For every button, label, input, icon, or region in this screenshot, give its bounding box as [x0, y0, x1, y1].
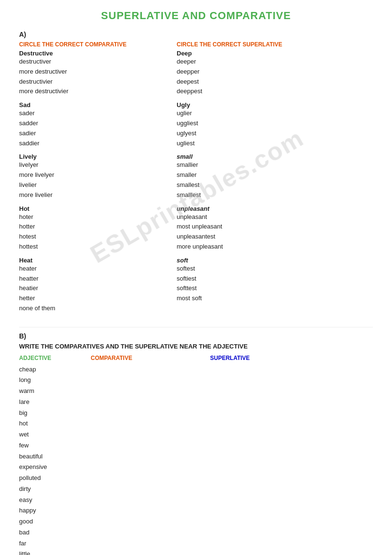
page-title: SUPERLATIVE AND COMPARATIVE — [19, 10, 373, 22]
word-group: Livelylivelyermore livelyerliveliermore … — [19, 153, 172, 200]
word-item: hoter — [19, 212, 172, 222]
word-group: Destructivedestructivermore destructiver… — [19, 50, 172, 97]
word-item: softest — [177, 264, 329, 274]
word-item: more livelyer — [19, 170, 172, 180]
word-item: deepper — [177, 67, 329, 77]
list-item: expensive — [19, 462, 91, 473]
col-header-comparative: CIRCLE THE CORRECT COMPARATIVE — [19, 41, 172, 48]
word-item: smallier — [177, 160, 329, 170]
col-comparative: COMPARATIVE — [91, 355, 210, 555]
word-item: sadder — [19, 119, 172, 129]
list-item: little — [19, 549, 91, 555]
word-item: sadier — [19, 129, 172, 139]
word-item: heatier — [19, 283, 172, 294]
list-item: warm — [19, 386, 91, 397]
word-item: heatter — [19, 274, 172, 284]
section-b-instruction: WRITE THE COMPARATIVES AND THE SUPERLATI… — [19, 343, 373, 350]
word-group-title: unpleasant — [177, 205, 329, 212]
list-item: beautiful — [19, 451, 91, 462]
word-group-title: Lively — [19, 153, 172, 160]
col-b-header-adjective: ADJECTIVE — [19, 355, 91, 361]
section-a: CIRCLE THE CORRECT COMPARATIVE Destructi… — [19, 41, 373, 318]
word-item: ugliest — [177, 139, 329, 149]
list-item: far — [19, 538, 91, 549]
section-a-label: A) — [19, 31, 373, 38]
col-b-header-comparative: COMPARATIVE — [91, 355, 210, 361]
word-group-title: Destructive — [19, 50, 172, 57]
list-item: few — [19, 440, 91, 451]
list-item: wet — [19, 429, 91, 440]
word-item: more livelier — [19, 190, 172, 200]
word-group: unpleasantunpleasantmost unpleasantunple… — [177, 205, 329, 252]
word-item: hottest — [19, 242, 172, 252]
section-separator — [19, 327, 373, 327]
word-item: unpleasant — [177, 212, 329, 222]
word-group-title: small — [177, 153, 329, 160]
word-item: most soft — [177, 294, 329, 304]
word-item: smaller — [177, 170, 329, 180]
word-group-title: Ugly — [177, 101, 329, 109]
word-group: smallsmalliersmallersmallestsmalllest — [177, 153, 329, 200]
col-superlative: SUPERLATIVE — [210, 355, 329, 555]
list-item: dirty — [19, 484, 91, 495]
list-item: cheap — [19, 364, 91, 375]
word-group-title: Heat — [19, 257, 172, 264]
word-item: smallest — [177, 180, 329, 190]
word-item: deeper — [177, 57, 329, 67]
section-b-columns: ADJECTIVE cheaplongwarmlarebighotwetfewb… — [19, 355, 373, 555]
col-adjective: ADJECTIVE cheaplongwarmlarebighotwetfewb… — [19, 355, 91, 555]
col-header-superlative: CIRCLE THE CORRECT SUPERLATIVE — [177, 41, 329, 48]
word-item: destructivier — [19, 77, 172, 87]
word-group: Deepdeeperdeepperdeepestdeeppest — [177, 50, 329, 97]
list-item: good — [19, 516, 91, 527]
word-item: softtest — [177, 283, 329, 294]
col-b-header-superlative: SUPERLATIVE — [210, 355, 329, 361]
word-item: more destructivier — [19, 87, 172, 97]
list-item: lare — [19, 397, 91, 408]
word-item: more unpleasant — [177, 242, 329, 252]
list-item: easy — [19, 495, 91, 506]
word-item: smalllest — [177, 190, 329, 200]
list-item: bad — [19, 527, 91, 538]
list-item: long — [19, 375, 91, 386]
word-item: sader — [19, 109, 172, 119]
word-item: hetter — [19, 294, 172, 304]
word-group: Heatheaterheatterheatierhetternone of th… — [19, 257, 172, 314]
word-item: destructiver — [19, 57, 172, 67]
word-group-title: soft — [177, 257, 329, 264]
word-item: livelyer — [19, 160, 172, 170]
word-item: softiest — [177, 274, 329, 284]
col-left: CIRCLE THE CORRECT COMPARATIVE Destructi… — [19, 41, 172, 318]
word-item: more destructiver — [19, 67, 172, 77]
list-item: big — [19, 408, 91, 419]
col-right: CIRCLE THE CORRECT SUPERLATIVE Deepdeepe… — [177, 41, 329, 318]
word-item: most unpleasant — [177, 222, 329, 232]
word-item: deepest — [177, 77, 329, 87]
word-group-title: Hot — [19, 205, 172, 212]
section-b-label: B) — [19, 332, 373, 340]
word-group: Sadsadersaddersadiersaddier — [19, 101, 172, 148]
word-item: none of them — [19, 304, 172, 314]
word-group: Uglyuglieruggliestuglyestugliest — [177, 101, 329, 148]
word-item: uglier — [177, 109, 329, 119]
list-item: hot — [19, 418, 91, 429]
word-group: softsoftestsoftiestsofttestmost soft — [177, 257, 329, 304]
word-item: saddier — [19, 139, 172, 149]
word-item: uglyest — [177, 129, 329, 139]
word-group: Hothoterhotterhotesthottest — [19, 205, 172, 252]
word-group-title: Sad — [19, 101, 172, 109]
word-group-title: Deep — [177, 50, 329, 57]
word-item: deeppest — [177, 87, 329, 97]
word-item: livelier — [19, 180, 172, 190]
word-item: hotter — [19, 222, 172, 232]
word-item: hotest — [19, 232, 172, 242]
list-item: polluted — [19, 473, 91, 484]
word-item: uggliest — [177, 119, 329, 129]
word-item: unpleasantest — [177, 232, 329, 242]
word-item: heater — [19, 264, 172, 274]
list-item: happy — [19, 505, 91, 516]
